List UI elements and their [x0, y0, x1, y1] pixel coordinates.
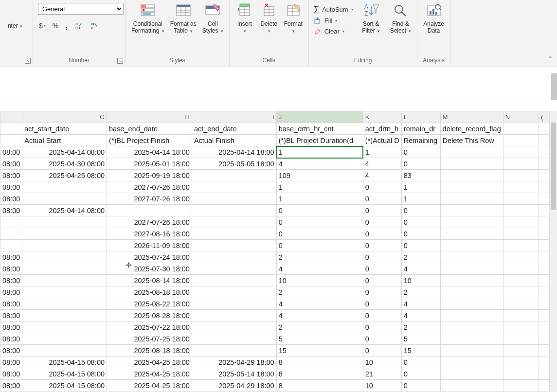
- cell-G[interactable]: [22, 251, 107, 263]
- clear-button[interactable]: Clear ▾: [314, 26, 344, 36]
- format-as-table-button[interactable]: Format asTable ▾: [167, 1, 199, 36]
- cell[interactable]: Actual Start: [22, 135, 107, 146]
- delete-cells-button[interactable]: Delete▾: [257, 1, 281, 36]
- cell-M[interactable]: [440, 298, 503, 310]
- cell-L[interactable]: 2: [401, 321, 440, 333]
- cell-I[interactable]: [192, 240, 276, 251]
- cell-F[interactable]: 08:00: [0, 205, 22, 216]
- cell[interactable]: base_drtn_hr_cnt: [276, 123, 363, 135]
- cell-F[interactable]: 08:00: [0, 170, 22, 181]
- cell-J[interactable]: 1: [276, 146, 363, 158]
- cell-M[interactable]: [440, 216, 503, 228]
- cell-K[interactable]: 21: [363, 368, 401, 380]
- cell-M[interactable]: [440, 181, 503, 193]
- cell-H[interactable]: 2025-04-25 18:00: [107, 368, 192, 380]
- merge-center-button[interactable]: nter ▾: [3, 1, 27, 31]
- cell-L[interactable]: 83: [401, 170, 440, 181]
- cell-G[interactable]: [22, 193, 107, 205]
- cell-L[interactable]: 4: [401, 298, 440, 310]
- cell[interactable]: [503, 123, 539, 135]
- cell-J[interactable]: 1: [276, 181, 363, 193]
- cell-G[interactable]: [22, 263, 107, 275]
- cell-J[interactable]: 0: [276, 240, 363, 251]
- cell-F[interactable]: 08:00: [0, 310, 22, 321]
- cell-H[interactable]: [107, 205, 192, 216]
- increase-decimal-button[interactable]: .0.00: [73, 20, 84, 31]
- cell-N[interactable]: [503, 368, 539, 380]
- column-header-F[interactable]: [0, 111, 22, 123]
- cell-H[interactable]: 2025-08-28 18:00: [107, 310, 192, 321]
- cell-L[interactable]: 4: [401, 263, 440, 275]
- cell-M[interactable]: [440, 286, 503, 298]
- cell[interactable]: base_end_date: [107, 123, 192, 135]
- cell-L[interactable]: 0: [401, 158, 440, 170]
- cell-K[interactable]: 0: [363, 181, 401, 193]
- cell[interactable]: act_start_date: [22, 123, 107, 135]
- cell-K[interactable]: 10: [363, 356, 401, 368]
- cell-N[interactable]: [503, 345, 539, 356]
- cell-M[interactable]: [440, 310, 503, 321]
- cell[interactable]: (*)Actual D: [363, 135, 401, 146]
- cell-M[interactable]: [440, 368, 503, 380]
- cell-L[interactable]: 0: [401, 240, 440, 251]
- cell-F[interactable]: 08:00: [0, 181, 22, 193]
- cell-M[interactable]: [440, 228, 503, 240]
- cell-I[interactable]: [192, 216, 276, 228]
- cell-K[interactable]: 0: [363, 240, 401, 251]
- cell-M[interactable]: [440, 345, 503, 356]
- cell-G[interactable]: 2025-04-14 08:00: [22, 146, 107, 158]
- cell-I[interactable]: [192, 333, 276, 345]
- cell-N[interactable]: [503, 380, 539, 392]
- cell-L[interactable]: 0: [401, 228, 440, 240]
- cell[interactable]: [0, 135, 22, 146]
- cell-M[interactable]: [440, 158, 503, 170]
- cell-J[interactable]: 0: [276, 216, 363, 228]
- cell-I[interactable]: [192, 298, 276, 310]
- cell-J[interactable]: 109: [276, 170, 363, 181]
- cell-I[interactable]: 2025-04-29 18:00: [192, 356, 276, 368]
- cell-G[interactable]: [22, 181, 107, 193]
- cell-N[interactable]: [503, 216, 539, 228]
- cell[interactable]: remain_dr: [401, 123, 440, 135]
- cell-L[interactable]: 0: [401, 146, 440, 158]
- cell-J[interactable]: 4: [276, 263, 363, 275]
- cell-styles-button[interactable]: CellStyles ▾: [199, 1, 226, 36]
- cell-M[interactable]: [440, 321, 503, 333]
- cell-I[interactable]: [192, 193, 276, 205]
- cell[interactable]: act_end_date: [192, 123, 276, 135]
- cell-F[interactable]: [0, 216, 22, 228]
- column-header-M[interactable]: M: [440, 111, 503, 123]
- vertical-scroll-thumb[interactable]: [551, 123, 556, 210]
- cell-L[interactable]: 0: [401, 216, 440, 228]
- cell-F[interactable]: 08:00: [0, 345, 22, 356]
- collapse-ribbon-button[interactable]: ⌃: [547, 55, 553, 63]
- cell-L[interactable]: 0: [401, 356, 440, 368]
- cell-H[interactable]: 2025-08-18 18:00: [107, 286, 192, 298]
- cell-H[interactable]: 2025-05-01 18:00: [107, 158, 192, 170]
- accounting-format-button[interactable]: $▾: [38, 21, 47, 31]
- cell-I[interactable]: 2025-05-14 18:00: [192, 368, 276, 380]
- cell-I[interactable]: [192, 286, 276, 298]
- column-header-H[interactable]: H: [107, 111, 192, 123]
- cell-I[interactable]: 2025-05-05 18:00: [192, 158, 276, 170]
- cell-H[interactable]: 2026-11-09 18:00: [107, 240, 192, 251]
- cell-J[interactable]: 8: [276, 356, 363, 368]
- conditional-formatting-button[interactable]: ConditionalFormatting ▾: [128, 1, 167, 36]
- cell-H[interactable]: 2025-04-25 18:00: [107, 380, 192, 392]
- cell-F[interactable]: 08:00: [0, 321, 22, 333]
- cell-M[interactable]: [440, 263, 503, 275]
- cell-J[interactable]: 8: [276, 368, 363, 380]
- cell-J[interactable]: 15: [276, 345, 363, 356]
- cell-I[interactable]: [192, 263, 276, 275]
- column-header-L[interactable]: L: [401, 111, 440, 123]
- cell-G[interactable]: [22, 286, 107, 298]
- cell-F[interactable]: 08:00: [0, 275, 22, 286]
- cell-K[interactable]: 0: [363, 263, 401, 275]
- cell-M[interactable]: [440, 170, 503, 181]
- formula-bar-scroll-thumb[interactable]: [551, 73, 557, 100]
- cell-M[interactable]: [440, 356, 503, 368]
- formula-bar[interactable]: [0, 67, 557, 101]
- cell-L[interactable]: 0: [401, 205, 440, 216]
- cell-L[interactable]: 2: [401, 286, 440, 298]
- worksheet[interactable]: GHIJKLMN( act_start_datebase_end_dateact…: [0, 111, 557, 392]
